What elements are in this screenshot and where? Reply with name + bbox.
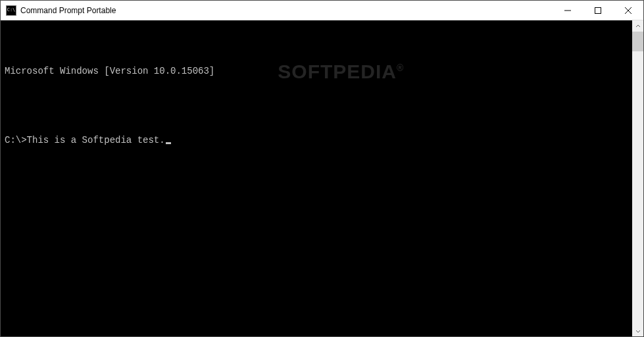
terminal-cursor bbox=[166, 142, 171, 144]
application-window: C:\ Command Prompt Portable SOFTPEDIA® M… bbox=[0, 0, 644, 337]
maximize-icon bbox=[595, 7, 601, 14]
chevron-up-icon bbox=[635, 24, 641, 29]
content-area: SOFTPEDIA® Microsoft Windows [Version 10… bbox=[1, 20, 643, 336]
window-title: Command Prompt Portable bbox=[20, 6, 116, 15]
terminal-input: This is a Softpedia test. bbox=[27, 134, 165, 147]
scrollbar-up-button[interactable] bbox=[632, 20, 643, 32]
window-controls bbox=[553, 1, 643, 20]
minimize-icon bbox=[564, 7, 571, 14]
scrollbar-thumb[interactable] bbox=[632, 32, 643, 51]
maximize-button[interactable] bbox=[583, 1, 613, 20]
close-icon bbox=[625, 7, 632, 14]
terminal-prompt-line: C:\>This is a Softpedia test. bbox=[5, 134, 628, 147]
terminal-prompt: C:\> bbox=[5, 134, 27, 147]
chevron-down-icon bbox=[635, 328, 641, 334]
titlebar[interactable]: C:\ Command Prompt Portable bbox=[1, 1, 643, 20]
minimize-button[interactable] bbox=[553, 1, 583, 20]
scrollbar-track[interactable] bbox=[632, 32, 643, 325]
app-icon-text: C:\ bbox=[7, 8, 16, 13]
scrollbar-down-button[interactable] bbox=[632, 325, 643, 336]
svg-rect-1 bbox=[595, 7, 601, 13]
terminal-output-line: Microsoft Windows [Version 10.0.15063] bbox=[5, 65, 628, 78]
close-button[interactable] bbox=[613, 1, 643, 20]
titlebar-left: C:\ Command Prompt Portable bbox=[1, 5, 116, 16]
terminal[interactable]: SOFTPEDIA® Microsoft Windows [Version 10… bbox=[1, 20, 632, 336]
vertical-scrollbar[interactable] bbox=[632, 20, 643, 336]
app-icon: C:\ bbox=[6, 5, 16, 16]
